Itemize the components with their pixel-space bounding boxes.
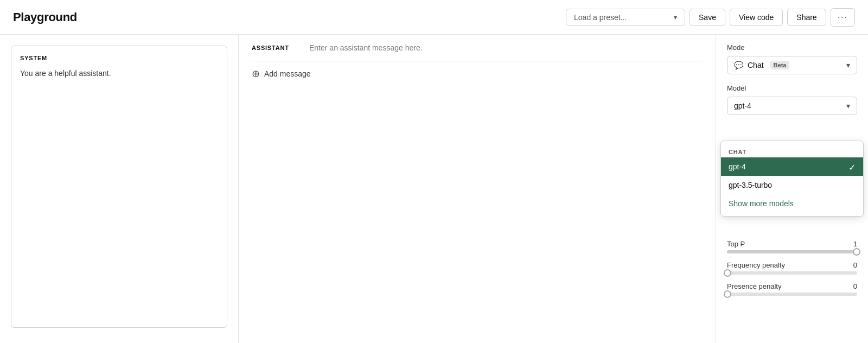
top-p-track [727,250,857,253]
mode-section-label: Mode [727,43,857,52]
sliders-section: Top P 1 Frequency penalty 0 [727,240,857,296]
mode-dropdown[interactable]: 💬 Chat Beta ▾ [727,56,857,74]
selected-model-name: gpt-4 [734,101,751,110]
system-text[interactable]: You are a helpful assistant. [20,68,218,79]
presence-penalty-label: Presence penalty [727,282,781,290]
model-option-gpt4-label: gpt-4 [729,162,746,171]
top-p-row: Top P 1 [727,240,857,248]
add-message-row[interactable]: ⊕ Add message [252,69,703,79]
add-circle-icon: ⊕ [252,69,260,79]
share-button[interactable]: Share [787,9,826,26]
header-actions: Load a preset... ▾ Save View code Share … [566,8,855,27]
main-layout: SYSTEM You are a helpful assistant. ASSI… [0,35,868,343]
frequency-penalty-row: Frequency penalty 0 [727,261,857,269]
preset-placeholder-text: Load a preset... [574,13,627,22]
load-preset-dropdown[interactable]: Load a preset... ▾ [566,9,685,26]
top-p-label: Top P [727,240,745,248]
preset-chevron-icon: ▾ [674,14,677,21]
chat-bubble-icon: 💬 [734,61,743,69]
top-p-value: 1 [853,240,857,248]
model-option-gpt35[interactable]: gpt-3.5-turbo [721,176,863,194]
assistant-input[interactable] [309,43,703,52]
model-dropdown[interactable]: gpt-4 ▾ [727,97,857,115]
top-p-fill [727,250,857,253]
presence-penalty-thumb[interactable] [724,290,731,298]
model-dropdown-popup: CHAT gpt-4 ✓ gpt-3.5-turbo Show more mod… [720,141,864,217]
frequency-penalty-thumb[interactable] [724,269,731,277]
more-options-button[interactable]: ··· [831,8,855,27]
system-panel: SYSTEM You are a helpful assistant. [0,35,239,343]
mode-name: Chat [748,61,764,69]
frequency-penalty-label: Frequency penalty [727,261,785,269]
top-p-slider-container[interactable] [727,250,857,253]
save-button[interactable]: Save [690,9,725,26]
dropdown-chat-label: CHAT [721,144,863,157]
view-code-button[interactable]: View code [730,9,783,26]
frequency-penalty-slider-container[interactable] [727,271,857,275]
model-chevron-icon: ▾ [846,101,850,110]
show-more-models-link[interactable]: Show more models [721,194,863,213]
page-title: Playground [13,10,77,24]
presence-penalty-slider-container[interactable] [727,293,857,296]
right-sidebar: Mode 💬 Chat Beta ▾ Model gpt-4 ▾ CHAT gp… [716,35,868,343]
frequency-penalty-track [727,271,857,275]
model-option-gpt35-label: gpt-3.5-turbo [729,181,772,189]
system-label: SYSTEM [20,55,218,61]
mode-dropdown-left: 💬 Chat Beta [734,61,789,69]
add-message-label: Add message [264,69,311,78]
presence-penalty-track [727,293,857,296]
presence-penalty-row: Presence penalty 0 [727,282,857,290]
mode-chevron-icon: ▾ [846,61,850,69]
frequency-penalty-value: 0 [853,261,857,269]
system-box: SYSTEM You are a helpful assistant. [11,46,227,328]
top-p-thumb[interactable] [853,248,860,256]
chat-panel: ASSISTANT ⊕ Add message [239,35,716,343]
header: Playground Load a preset... ▾ Save View … [0,0,868,35]
presence-penalty-value: 0 [853,282,857,290]
assistant-row: ASSISTANT [252,43,703,61]
assistant-label: ASSISTANT [252,43,301,51]
beta-badge: Beta [770,61,790,69]
model-section-label: Model [727,84,857,92]
model-option-gpt4[interactable]: gpt-4 ✓ [721,157,863,176]
checkmark-icon: ✓ [848,162,856,173]
